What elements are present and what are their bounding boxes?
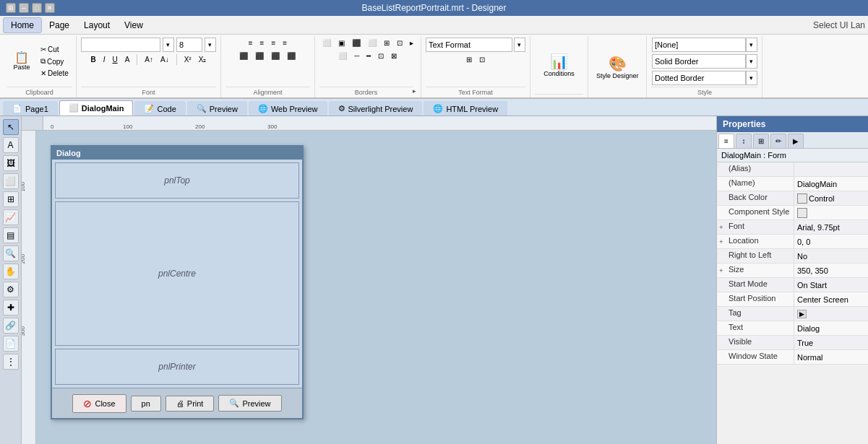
border-5-button[interactable]: ⊞ xyxy=(381,38,392,48)
style-solid-dropdown[interactable]: ▾ xyxy=(746,54,757,69)
font-size-input[interactable] xyxy=(176,38,202,52)
props-tab-edit[interactable]: ✏ xyxy=(770,134,786,148)
border-3-button[interactable]: ⬛ xyxy=(349,38,364,48)
border-1-button[interactable]: ⬜ xyxy=(319,38,334,48)
prop-value-windowstate[interactable]: Normal xyxy=(794,350,868,364)
style-dotted-dropdown[interactable]: ▾ xyxy=(746,71,757,85)
border-more-button[interactable]: ⊡ xyxy=(375,51,387,61)
close-button[interactable]: ✕ xyxy=(45,3,55,13)
menu-page[interactable]: Page xyxy=(42,18,77,32)
prop-value-size[interactable]: 350, 350 xyxy=(794,264,868,277)
border-width-button[interactable]: ━ xyxy=(364,51,374,61)
panel-printer[interactable]: pnlPrinter xyxy=(55,349,299,385)
text-format-2-button[interactable]: ⊞ xyxy=(463,54,475,65)
delete-button[interactable]: ✕ Delete xyxy=(38,68,72,79)
text-format-input[interactable] xyxy=(426,38,512,52)
props-tab-list[interactable]: ≡ xyxy=(718,134,734,148)
panel-centre[interactable]: pnlCentre xyxy=(55,201,299,346)
paste-button[interactable]: 📋 Paste xyxy=(7,50,36,73)
tab-dialogmain[interactable]: ⬜ DialogMain xyxy=(59,100,134,116)
zoom-tool-button[interactable]: 🔍 xyxy=(3,245,19,261)
prop-value-startmode[interactable]: On Start xyxy=(794,278,868,292)
style-dotted-selector[interactable]: Dotted Border xyxy=(652,71,746,85)
border-expand-button[interactable]: ▸ xyxy=(407,38,416,48)
image-tool-button[interactable]: 🖼 xyxy=(3,155,19,171)
prop-value-righttoleft[interactable]: No xyxy=(794,249,868,263)
select-tool-button[interactable]: ↖ xyxy=(3,119,19,135)
prop-value-name[interactable]: DialogMain xyxy=(794,177,868,191)
font-size-dropdown[interactable]: ▾ xyxy=(205,38,216,52)
subscript-button[interactable]: X₂ xyxy=(196,54,210,65)
prop-value-alias[interactable] xyxy=(794,162,868,176)
border-extra-button[interactable]: ⊠ xyxy=(388,51,400,61)
tab-htmlpreview[interactable]: 🌐 HTML Preview xyxy=(424,101,507,116)
props-tab-sort[interactable]: ↕ xyxy=(736,134,752,148)
indent-button[interactable]: ⬛ xyxy=(284,51,298,61)
table-tool-button[interactable]: ⊞ xyxy=(3,191,19,207)
prop-value-tag[interactable]: ▶ xyxy=(794,307,868,321)
valign-mid-button[interactable]: ⬛ xyxy=(252,51,267,61)
style-none-dropdown[interactable]: ▾ xyxy=(746,38,757,52)
style-designer-button[interactable]: 🎨 Style Designer xyxy=(593,53,643,82)
superscript-button[interactable]: X² xyxy=(181,54,194,65)
app-icon[interactable]: ⊞ xyxy=(6,3,16,13)
style-none-selector[interactable]: [None] xyxy=(652,38,746,52)
menu-layout[interactable]: Layout xyxy=(77,18,117,32)
cut-button[interactable]: ✂ Cut xyxy=(38,44,72,55)
preview-button[interactable]: 🔍 Preview xyxy=(218,395,281,412)
align-right-button[interactable]: ≡ xyxy=(268,38,278,48)
report-tool-button[interactable]: 📄 xyxy=(3,336,19,352)
tab-webpreview[interactable]: 🌐 Web Preview xyxy=(249,101,327,116)
underline-button[interactable]: U xyxy=(109,54,120,65)
prop-value-startposition[interactable]: Center Screen xyxy=(794,292,868,306)
tab-code[interactable]: 📝 Code xyxy=(134,101,185,116)
menu-view[interactable]: View xyxy=(117,18,150,32)
tab-page1[interactable]: 📄 Page1 xyxy=(3,101,58,116)
minimize-button[interactable]: ─ xyxy=(19,3,29,13)
style-solid-selector[interactable]: Solid Border xyxy=(652,54,746,69)
ui-language-selector[interactable]: Select UI Lan xyxy=(813,20,865,30)
text-tool-button[interactable]: A xyxy=(3,137,19,153)
border-style-button[interactable]: ─ xyxy=(351,51,362,61)
font-size-down-button[interactable]: A↓ xyxy=(158,54,172,65)
conditions-button[interactable]: 📊 Conditions xyxy=(540,51,578,79)
border-color-button[interactable]: ⬜ xyxy=(335,51,350,61)
component-tool-button[interactable]: ⚙ xyxy=(3,282,19,297)
maximize-button[interactable]: □ xyxy=(32,3,42,13)
prop-value-font[interactable]: Arial, 9.75pt xyxy=(794,220,868,234)
unknown-panel-btn[interactable]: pn xyxy=(131,396,161,412)
prop-value-text[interactable]: Dialog xyxy=(794,321,868,335)
border-4-button[interactable]: ⬜ xyxy=(365,38,379,48)
border-fill-button[interactable]: ⊡ xyxy=(394,38,405,48)
shape-tool-button[interactable]: ⬜ xyxy=(3,173,19,189)
barcode-tool-button[interactable]: ▤ xyxy=(3,227,19,243)
font-color-button[interactable]: A xyxy=(122,54,133,65)
borders-expand-button[interactable]: ▸ xyxy=(413,87,416,95)
font-name-dropdown[interactable]: ▾ xyxy=(163,38,174,52)
chart-tool-button[interactable]: 📈 xyxy=(3,209,19,225)
align-justify-button[interactable]: ≡ xyxy=(280,38,290,48)
print-button[interactable]: 🖨 Print xyxy=(166,396,215,412)
cross-tool-button[interactable]: ✚ xyxy=(3,300,19,315)
menu-home[interactable]: Home xyxy=(3,17,42,33)
close-button[interactable]: ⊘ Close xyxy=(72,394,126,413)
pan-tool-button[interactable]: ✋ xyxy=(3,264,19,279)
align-center-button[interactable]: ≡ xyxy=(257,38,267,48)
font-size-up-button[interactable]: A↑ xyxy=(142,54,156,65)
panel-top[interactable]: pnlTop xyxy=(55,162,299,199)
copy-button[interactable]: ⧉ Copy xyxy=(38,56,72,67)
text-format-dropdown[interactable]: ▾ xyxy=(514,38,525,52)
prop-value-visible[interactable]: True xyxy=(794,336,868,349)
prop-value-componentstyle[interactable] xyxy=(794,206,868,219)
valign-bot-button[interactable]: ⬛ xyxy=(268,51,283,61)
align-left-button[interactable]: ≡ xyxy=(246,38,256,48)
props-tab-grid[interactable]: ⊞ xyxy=(753,134,769,148)
text-format-3-button[interactable]: ⊡ xyxy=(476,54,488,65)
border-2-button[interactable]: ▣ xyxy=(335,38,348,48)
valign-top-button[interactable]: ⬛ xyxy=(236,51,251,61)
prop-value-backcolor[interactable]: Control xyxy=(794,191,868,205)
link-tool-button[interactable]: 🔗 xyxy=(3,318,19,334)
extra-tool-button[interactable]: ⋮ xyxy=(3,354,19,370)
props-tab-play[interactable]: ▶ xyxy=(788,134,804,148)
bold-button[interactable]: B xyxy=(87,54,98,65)
